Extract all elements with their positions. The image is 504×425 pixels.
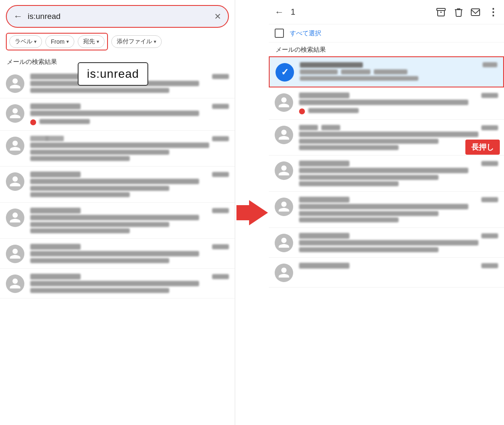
avatar xyxy=(6,137,24,155)
avatar xyxy=(6,172,24,191)
search-bar: ← is:unread ✕ xyxy=(6,5,229,28)
mail-content xyxy=(299,197,498,222)
list-item[interactable] xyxy=(269,192,504,228)
right-results-label: メールの検索結果 xyxy=(269,42,504,56)
checkmark-icon: ✓ xyxy=(281,67,289,78)
mail-content xyxy=(300,62,497,81)
search-back-button[interactable]: ← xyxy=(13,12,23,21)
right-header: ← 1 xyxy=(269,0,504,24)
mail-content xyxy=(30,103,229,125)
chevron-down-icon: ▾ xyxy=(97,39,99,45)
mail-content xyxy=(299,233,498,252)
select-all-checkbox[interactable] xyxy=(275,29,284,38)
header-actions: ⋮ xyxy=(436,6,498,18)
list-item[interactable] xyxy=(0,131,235,166)
mail-content xyxy=(30,172,229,197)
left-mail-list xyxy=(0,69,235,425)
avatar xyxy=(275,264,293,282)
avatar xyxy=(275,198,293,216)
select-all-row: すべて選択 xyxy=(269,24,504,42)
avatar-selected: ✓ xyxy=(276,63,294,82)
mail-content xyxy=(299,92,498,114)
right-back-button[interactable]: ← xyxy=(275,7,284,18)
longpress-badge: 長押し xyxy=(465,140,500,155)
delete-button[interactable] xyxy=(454,7,463,17)
mail-content xyxy=(30,136,229,161)
select-all-label[interactable]: すべて選択 xyxy=(290,29,321,37)
mail-content xyxy=(30,208,229,233)
filter-chip-label[interactable]: ラベル ▾ xyxy=(9,35,42,48)
selected-mail-item[interactable]: ✓ xyxy=(269,56,504,87)
mail-content xyxy=(299,161,498,186)
left-panel: ← is:unread ✕ ラベル ▾ From ▾ 宛先 ▾ 添付ファイル ▾… xyxy=(0,0,235,425)
mail-content xyxy=(30,244,229,263)
mark-unread-button[interactable] xyxy=(470,8,480,16)
list-item[interactable] xyxy=(269,87,504,120)
search-query-text: is:unread xyxy=(28,12,214,21)
mail-content xyxy=(30,274,229,293)
svg-rect-0 xyxy=(437,8,445,11)
list-item[interactable] xyxy=(269,228,504,258)
filter-chip-to[interactable]: 宛先 ▾ xyxy=(78,35,105,48)
isunread-label: is:unread xyxy=(87,67,139,80)
unread-badge xyxy=(299,108,305,114)
avatar xyxy=(275,161,293,180)
chevron-down-icon: ▾ xyxy=(66,39,69,45)
list-item[interactable] xyxy=(269,258,504,288)
filter-chip-attachment[interactable]: 添付ファイル ▾ xyxy=(111,35,162,48)
list-item[interactable] xyxy=(0,239,235,269)
list-item[interactable] xyxy=(269,156,504,192)
chevron-down-icon: ▾ xyxy=(34,39,37,45)
chevron-down-icon: ▾ xyxy=(154,39,156,45)
archive-button[interactable] xyxy=(436,7,446,17)
svg-rect-1 xyxy=(471,9,480,16)
list-item[interactable] xyxy=(0,269,235,298)
arrow-head xyxy=(249,200,268,225)
avatar xyxy=(6,209,24,227)
right-mail-list: 長押し ✓ xyxy=(269,56,504,425)
arrow-container xyxy=(235,0,269,425)
more-options-button[interactable]: ⋮ xyxy=(488,6,498,18)
unread-badge xyxy=(30,119,36,125)
filter-chips-box: ラベル ▾ From ▾ 宛先 ▾ xyxy=(6,33,108,50)
isunread-label-box: is:unread xyxy=(78,62,148,86)
list-item[interactable] xyxy=(0,203,235,239)
filter-chip-from[interactable]: From ▾ xyxy=(45,35,74,48)
filter-bar: ラベル ▾ From ▾ 宛先 ▾ 添付ファイル ▾ xyxy=(0,33,235,55)
avatar xyxy=(275,93,293,112)
avatar xyxy=(275,126,293,144)
arrow-body xyxy=(236,205,249,220)
selection-count: 1 xyxy=(291,7,429,17)
right-panel: ← 1 xyxy=(269,0,504,425)
avatar xyxy=(6,275,24,293)
avatar xyxy=(275,234,293,252)
search-clear-button[interactable]: ✕ xyxy=(214,11,221,21)
list-item[interactable] xyxy=(0,98,235,131)
list-item[interactable] xyxy=(0,166,235,203)
avatar xyxy=(6,245,24,263)
avatar xyxy=(6,74,24,93)
avatar xyxy=(6,104,24,123)
mail-content xyxy=(299,263,498,270)
